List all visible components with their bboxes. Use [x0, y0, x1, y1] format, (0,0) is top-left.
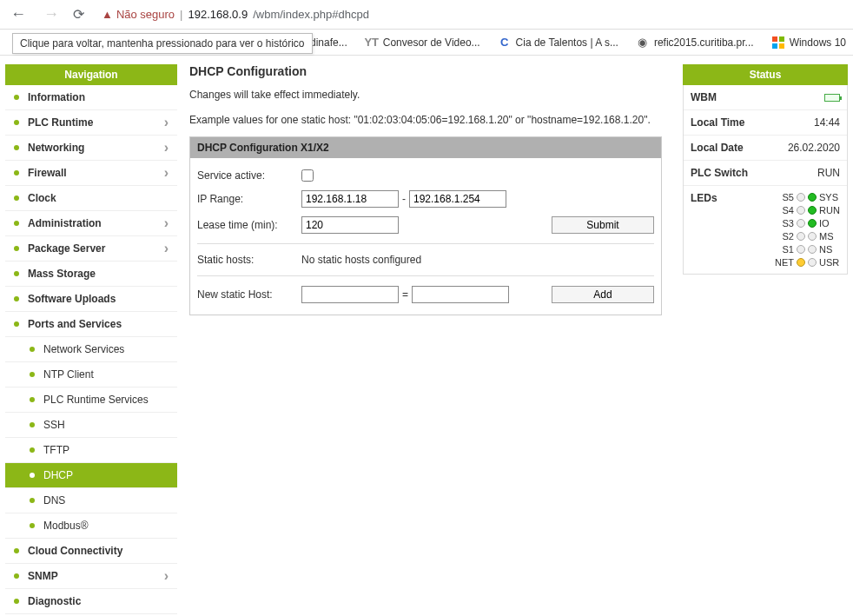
sidebar-item[interactable]: Mass Storage	[5, 262, 177, 287]
back-tooltip: Clique para voltar, mantenha pressionado…	[12, 33, 313, 54]
wbm-label: WBM	[691, 91, 717, 103]
bookmark-item[interactable]: CCia de Talentos | A s...	[498, 36, 618, 50]
nav-dot-icon	[14, 296, 19, 301]
sidebar-subitem[interactable]: DNS	[5, 488, 177, 513]
sidebar-subitem[interactable]: NTP Client	[5, 362, 177, 387]
nav-item-label: Network Services	[43, 343, 124, 355]
nav-item-label: Diagnostic	[28, 595, 81, 607]
service-active-checkbox[interactable]	[301, 169, 314, 182]
led-indicator	[808, 232, 817, 241]
sidebar-item[interactable]: Package Server›	[5, 236, 177, 262]
new-host-mac-input[interactable]	[301, 286, 399, 303]
led-label: S1	[775, 244, 794, 255]
warning-icon: ▲	[102, 8, 113, 21]
led-indicator	[797, 193, 805, 202]
sidebar-subitem[interactable]: PLC Runtime Services	[5, 387, 177, 413]
svg-rect-2	[772, 43, 777, 49]
chevron-right-icon: ›	[164, 219, 169, 228]
submit-button[interactable]: Submit	[552, 216, 654, 234]
local-date-value: 26.02.2020	[788, 142, 840, 154]
nav-dot-icon	[14, 120, 19, 125]
nav-item-label: Networking	[28, 142, 84, 154]
nav-item-label: DNS	[43, 494, 65, 507]
led-label: S5	[775, 192, 794, 202]
led-row: S1NS	[775, 244, 840, 255]
nav-item-label: Package Server	[28, 242, 105, 255]
forward-button[interactable]: →	[40, 3, 63, 25]
panel-header: DHCP Configuration X1/X2	[190, 137, 661, 158]
nav-dot-icon	[14, 599, 19, 604]
sidebar-item[interactable]: Clock	[5, 186, 177, 211]
nav-dot-icon	[30, 397, 35, 402]
address-bar[interactable]: ▲ Não seguro | 192.168.0.9/wbm/index.php…	[95, 4, 846, 24]
nav-dot-icon	[14, 95, 19, 100]
nav-dot-icon	[30, 523, 35, 528]
nav-dot-icon	[14, 271, 19, 276]
nav-dot-icon	[30, 473, 35, 478]
nav-dot-icon	[14, 170, 19, 176]
status-header: Status	[683, 64, 848, 85]
leds-label: LEDs	[691, 192, 717, 204]
nav-dot-icon	[14, 321, 19, 327]
lease-time-input[interactable]	[301, 216, 399, 234]
nav-item-label: TFTP	[43, 444, 69, 456]
nav-dot-icon	[30, 498, 35, 503]
nav-dot-icon	[14, 246, 19, 251]
bookmark-item[interactable]: Windows 10	[771, 36, 846, 50]
sidebar-item[interactable]: Software Uploads	[5, 287, 177, 312]
sidebar-item[interactable]: Ports and Services	[5, 312, 177, 337]
sidebar-item[interactable]: Diagnostic	[5, 589, 177, 614]
nav-dot-icon	[30, 422, 35, 427]
nav-item-label: PLC Runtime Services	[43, 394, 149, 406]
sidebar-item[interactable]: SNMP›	[5, 564, 177, 589]
windows-icon	[771, 36, 785, 50]
led-label: S4	[775, 205, 794, 215]
sidebar-subitem[interactable]: Modbus®	[5, 513, 177, 539]
sidebar-item[interactable]: Cloud Connectivity	[5, 539, 177, 564]
bookmark-icon: C	[498, 36, 512, 50]
sidebar-subitem[interactable]: SSH	[5, 413, 177, 438]
svg-rect-3	[779, 43, 784, 49]
chevron-right-icon: ›	[164, 118, 169, 127]
page-example: Example values for one static host: "01:…	[189, 113, 662, 128]
static-hosts-label: Static hosts:	[197, 254, 301, 266]
globe-icon: ◉	[636, 36, 650, 50]
reload-button[interactable]: ⟳	[73, 6, 84, 23]
battery-icon	[824, 94, 840, 102]
sidebar-subitem[interactable]: TFTP	[5, 438, 177, 463]
sidebar-item[interactable]: Administration›	[5, 211, 177, 236]
url-path: /wbm/index.php#dhcpd	[253, 8, 369, 21]
dhcp-panel: DHCP Configuration X1/X2 Service active:…	[189, 136, 662, 315]
sidebar-subitem[interactable]: Network Services	[5, 337, 177, 362]
svg-rect-0	[772, 36, 777, 42]
sidebar-item[interactable]: PLC Runtime›	[5, 110, 177, 136]
led-indicator	[797, 219, 805, 228]
led-indicator	[808, 258, 817, 267]
chevron-right-icon: ›	[164, 143, 169, 152]
new-host-ip-input[interactable]	[412, 286, 509, 303]
led-label: MS	[819, 231, 840, 242]
bookmark-item[interactable]: YTConvesor de Video...	[365, 36, 480, 50]
led-indicator	[808, 245, 817, 254]
led-label: S3	[775, 218, 794, 229]
bookmark-item[interactable]: ◉refic2015.curitiba.pr...	[636, 36, 754, 50]
nav-item-label: Mass Storage	[28, 268, 96, 280]
back-button[interactable]: ←	[7, 3, 30, 25]
nav-dot-icon	[14, 573, 19, 579]
sidebar-subitem[interactable]: DHCP	[5, 463, 177, 488]
sidebar-item[interactable]: Firewall›	[5, 161, 177, 186]
add-button[interactable]: Add	[552, 286, 654, 303]
host-separator: =	[400, 288, 410, 301]
ip-range-to-input[interactable]	[409, 190, 506, 208]
chevron-right-icon: ›	[164, 169, 169, 177]
sidebar-item[interactable]: Information	[5, 85, 177, 110]
nav-item-label: NTP Client	[43, 368, 94, 381]
ip-range-from-input[interactable]	[301, 190, 399, 208]
service-active-label: Service active:	[197, 169, 301, 182]
nav-item-label: PLC Runtime	[28, 116, 93, 129]
nav-item-label: Modbus®	[43, 520, 89, 532]
sidebar-item[interactable]: Networking›	[5, 136, 177, 161]
bookmark-item[interactable]: dinafe...	[310, 36, 347, 49]
plc-switch-value: RUN	[817, 167, 840, 179]
sidebar: Navigation InformationPLC Runtime›Networ…	[5, 64, 177, 614]
